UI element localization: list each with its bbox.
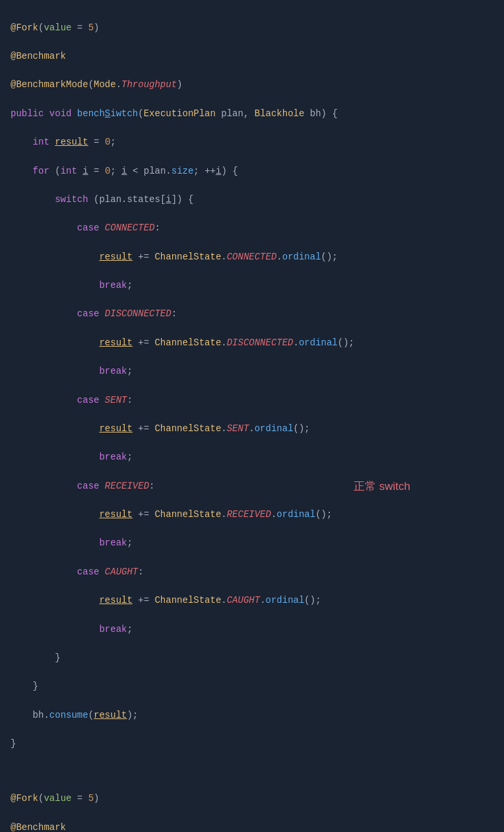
code-separator-1: [11, 765, 493, 777]
code-section-2: @Fork(value = 5) @Benchmark @BenchmarkMo…: [11, 777, 493, 832]
code-section-1: @Fork(value = 5) @Benchmark @BenchmarkMo…: [11, 7, 493, 765]
label-normal-switch: 正常 switch: [354, 478, 410, 495]
